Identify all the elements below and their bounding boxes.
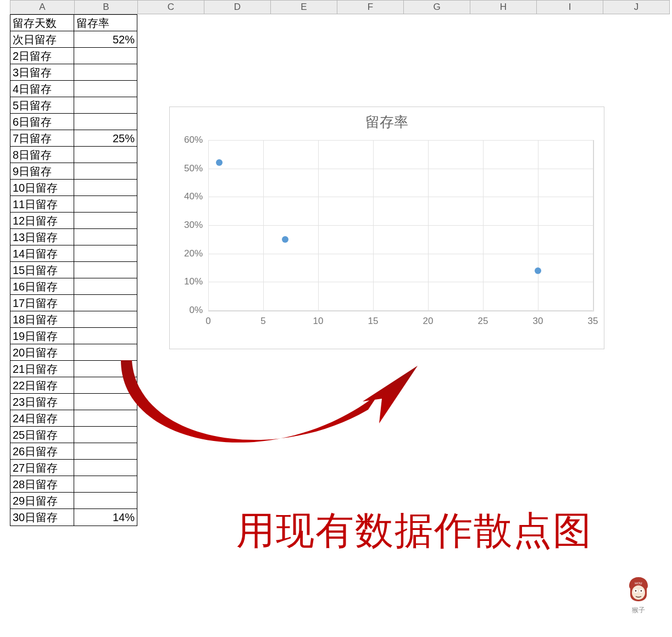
cell-A2[interactable]: 次日留存 xyxy=(10,31,74,48)
col-header-H[interactable]: H xyxy=(470,0,537,14)
svg-text:HOU: HOU xyxy=(635,582,642,585)
cell-B16[interactable] xyxy=(74,262,137,278)
cell-B10[interactable] xyxy=(74,163,137,180)
cell-A30[interactable]: 29日留存 xyxy=(10,493,74,509)
cell-A7[interactable]: 6日留存 xyxy=(10,114,74,130)
chart-ytick-label: 40% xyxy=(170,191,203,202)
table-row: 19日留存 xyxy=(10,328,137,344)
cell-A5[interactable]: 4日留存 xyxy=(10,81,74,97)
chart-gridline-v xyxy=(263,140,264,310)
cell-B14[interactable] xyxy=(74,229,137,245)
table-row: 13日留存 xyxy=(10,229,137,245)
table-row: 2日留存 xyxy=(10,48,137,64)
cell-A4[interactable]: 3日留存 xyxy=(10,64,74,81)
cell-A9[interactable]: 8日留存 xyxy=(10,147,74,163)
cell-A20[interactable]: 19日留存 xyxy=(10,328,74,344)
callout-arrow-icon xyxy=(110,349,440,481)
cell-B11[interactable] xyxy=(74,180,137,196)
cell-A14[interactable]: 13日留存 xyxy=(10,229,74,245)
chart-gridline-h xyxy=(208,310,593,311)
cell-A28[interactable]: 27日留存 xyxy=(10,460,74,476)
chart-gridline-v xyxy=(483,140,484,310)
table-row: 15日留存 xyxy=(10,262,137,278)
col-header-G[interactable]: G xyxy=(404,0,470,14)
col-header-I[interactable]: I xyxy=(537,0,603,14)
cell-A19[interactable]: 18日留存 xyxy=(10,311,74,328)
cell-B15[interactable] xyxy=(74,245,137,262)
chart-gridline-v xyxy=(208,140,209,310)
cell-A26[interactable]: 25日留存 xyxy=(10,427,74,443)
col-header-F[interactable]: F xyxy=(337,0,404,14)
chart-ytick-label: 0% xyxy=(170,305,203,316)
cell-B5[interactable] xyxy=(74,81,137,97)
chart-xtick-label: 15 xyxy=(368,316,379,327)
col-header-D[interactable]: D xyxy=(204,0,271,14)
cell-B30[interactable] xyxy=(74,493,137,509)
table-header-row: 留存天数 留存率 xyxy=(10,15,137,31)
table-row: 6日留存 xyxy=(10,114,137,130)
cell-B13[interactable] xyxy=(74,213,137,229)
chart-ytick-label: 30% xyxy=(170,220,203,231)
chart-gridline-h xyxy=(208,140,593,141)
cell-B19[interactable] xyxy=(74,311,137,328)
cell-A10[interactable]: 9日留存 xyxy=(10,163,74,180)
cell-A13[interactable]: 12日留存 xyxy=(10,213,74,229)
cell-A15[interactable]: 14日留存 xyxy=(10,245,74,262)
cell-B31[interactable]: 14% xyxy=(74,509,137,526)
watermark-label: 猴子 xyxy=(627,606,650,615)
cell-B3[interactable] xyxy=(74,48,137,64)
col-header-J[interactable]: J xyxy=(603,0,670,14)
cell-B17[interactable] xyxy=(74,278,137,295)
cell-A29[interactable]: 28日留存 xyxy=(10,476,74,493)
cell-B2[interactable]: 52% xyxy=(74,31,137,48)
cell-A16[interactable]: 15日留存 xyxy=(10,262,74,278)
chart-xtick-label: 5 xyxy=(260,316,265,327)
cell-B6[interactable] xyxy=(74,97,137,114)
watermark: HOU 猴子 xyxy=(627,576,650,615)
monkey-icon: HOU xyxy=(627,576,650,602)
cell-B12[interactable] xyxy=(74,196,137,213)
chart-gridline-v xyxy=(593,140,593,310)
cell-B18[interactable] xyxy=(74,295,137,311)
chart-xtick-label: 25 xyxy=(478,316,488,327)
chart-xtick-label: 0 xyxy=(206,316,210,327)
cell-A22[interactable]: 21日留存 xyxy=(10,361,74,377)
col-header-C[interactable]: C xyxy=(138,0,204,14)
chart-gridline-v xyxy=(318,140,319,310)
chart-gridline-v xyxy=(538,140,538,310)
cell-A21[interactable]: 20日留存 xyxy=(10,344,74,361)
cell-A1[interactable]: 留存天数 xyxy=(10,15,74,31)
col-header-B[interactable]: B xyxy=(75,0,138,14)
cell-A11[interactable]: 10日留存 xyxy=(10,180,74,196)
embedded-chart[interactable]: 留存率 0%10%20%30%40%50%60%05101520253035 xyxy=(169,107,604,349)
cell-A23[interactable]: 22日留存 xyxy=(10,377,74,394)
cell-B8[interactable]: 25% xyxy=(74,130,137,147)
cell-B7[interactable] xyxy=(74,114,137,130)
cell-A8[interactable]: 7日留存 xyxy=(10,130,74,147)
cell-A24[interactable]: 23日留存 xyxy=(10,394,74,410)
col-header-E[interactable]: E xyxy=(271,0,337,14)
cell-A6[interactable]: 5日留存 xyxy=(10,97,74,114)
cell-A3[interactable]: 2日留存 xyxy=(10,48,74,64)
chart-title: 留存率 xyxy=(170,113,604,132)
cell-A25[interactable]: 24日留存 xyxy=(10,410,74,427)
chart-data-point xyxy=(216,159,223,166)
cell-B4[interactable] xyxy=(74,64,137,81)
table-row: 次日留存52% xyxy=(10,31,137,48)
chart-xtick-label: 20 xyxy=(423,316,434,327)
col-header-A[interactable]: A xyxy=(10,0,75,14)
cell-A17[interactable]: 16日留存 xyxy=(10,278,74,295)
cell-B1[interactable]: 留存率 xyxy=(74,15,137,31)
table-row: 17日留存 xyxy=(10,295,137,311)
chart-xtick-label: 35 xyxy=(588,316,598,327)
cell-A12[interactable]: 11日留存 xyxy=(10,196,74,213)
cell-A18[interactable]: 17日留存 xyxy=(10,295,74,311)
cell-A27[interactable]: 26日留存 xyxy=(10,443,74,460)
cell-A31[interactable]: 30日留存 xyxy=(10,509,74,526)
svg-point-3 xyxy=(635,590,637,592)
table-row: 16日留存 xyxy=(10,278,137,295)
chart-ytick-label: 10% xyxy=(170,276,203,287)
cell-B9[interactable] xyxy=(74,147,137,163)
cell-B20[interactable] xyxy=(74,328,137,344)
table-row: 29日留存 xyxy=(10,493,137,509)
